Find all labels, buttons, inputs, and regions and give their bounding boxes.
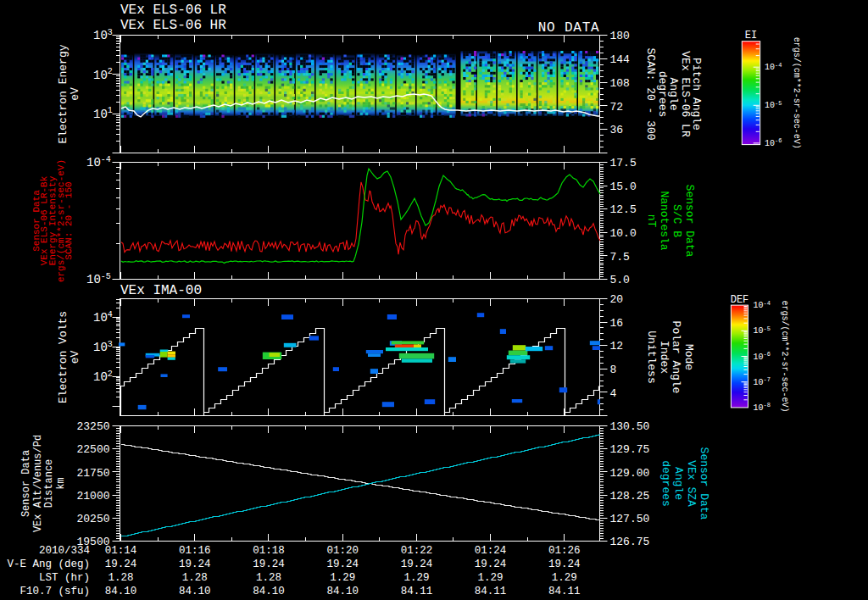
svg-text:DEF: DEF: [731, 294, 749, 306]
svg-text:Sensor Data: Sensor Data: [698, 447, 710, 520]
svg-text:1.29: 1.29: [552, 572, 577, 584]
svg-text:SCAN: 20 - 300: SCAN: 20 - 300: [644, 47, 657, 140]
svg-text:8: 8: [610, 364, 617, 376]
svg-text:eV: eV: [69, 351, 81, 364]
svg-text:ergs/(cm**2-sr-sec-eV): ergs/(cm**2-sr-sec-eV): [792, 37, 801, 149]
svg-text:16: 16: [610, 317, 624, 330]
svg-text:F10.7 (sfu): F10.7 (sfu): [19, 586, 90, 597]
svg-text:Sensor Data: Sensor Data: [683, 185, 696, 258]
svg-text:12: 12: [610, 340, 624, 353]
svg-text:22500: 22500: [76, 443, 109, 456]
svg-text:84.10: 84.10: [179, 586, 211, 597]
svg-text:19.24: 19.24: [326, 558, 359, 570]
svg-text:1.29: 1.29: [403, 572, 429, 584]
svg-text:19.24: 19.24: [179, 558, 211, 570]
svg-text:Angle: Angle: [672, 467, 685, 500]
svg-text:84.11: 84.11: [475, 586, 507, 597]
svg-text:01:14: 01:14: [105, 545, 137, 557]
svg-text:130.50: 130.50: [610, 420, 650, 433]
svg-text:127.50: 127.50: [610, 513, 650, 525]
svg-text:84.10: 84.10: [105, 586, 137, 597]
svg-text:84.11: 84.11: [548, 586, 581, 597]
svg-text:Polar Angle: Polar Angle: [670, 321, 683, 394]
svg-text:20250: 20250: [76, 513, 109, 525]
svg-text:1.29: 1.29: [478, 572, 504, 584]
svg-text:km: km: [55, 477, 67, 489]
svg-text:degrees: degrees: [659, 460, 672, 507]
svg-text:NO DATA: NO DATA: [538, 20, 600, 36]
svg-text:nT: nT: [645, 214, 658, 228]
svg-text:5.0: 5.0: [610, 274, 630, 286]
svg-text:84.11: 84.11: [401, 586, 433, 597]
svg-text:S/C B: S/C B: [670, 204, 683, 237]
svg-text:eV: eV: [69, 87, 81, 101]
svg-text:VEx IMA-00: VEx IMA-00: [120, 283, 202, 298]
svg-text:LST (hr): LST (hr): [39, 572, 90, 584]
svg-text:36: 36: [610, 124, 624, 136]
svg-text:VEx ELS-06 HR: VEx ELS-06 HR: [120, 18, 226, 33]
svg-text:129.75: 129.75: [610, 443, 650, 456]
svg-text:129.00: 129.00: [610, 467, 650, 480]
svg-text:19.24: 19.24: [105, 558, 137, 570]
svg-text:108: 108: [610, 77, 630, 90]
svg-text:Nanotesla: Nanotesla: [658, 191, 670, 250]
svg-text:VEx SZA: VEx SZA: [685, 460, 698, 507]
svg-text:1.28: 1.28: [108, 572, 134, 584]
svg-text:7.5: 7.5: [610, 251, 630, 264]
svg-text:Sensor Data: Sensor Data: [20, 450, 32, 517]
svg-text:Distance: Distance: [43, 459, 55, 508]
svg-text:SCAN: 20 - 150: SCAN: 20 - 150: [64, 181, 74, 259]
svg-text:1.28: 1.28: [182, 572, 208, 584]
svg-text:01:22: 01:22: [401, 545, 433, 557]
svg-text:19.24: 19.24: [253, 558, 285, 570]
svg-text:ergs/(cm**2-sr-sec-eV): ergs/(cm**2-sr-sec-eV): [780, 300, 789, 412]
svg-text:19.24: 19.24: [401, 558, 433, 570]
svg-text:84.10: 84.10: [253, 586, 285, 597]
svg-text:01:24: 01:24: [475, 545, 507, 557]
svg-text:01:26: 01:26: [548, 545, 581, 557]
svg-text:84.10: 84.10: [326, 586, 359, 597]
svg-text:12.5: 12.5: [610, 203, 637, 216]
svg-text:Electron Energy: Electron Energy: [57, 44, 70, 143]
svg-text:01:18: 01:18: [253, 545, 285, 557]
svg-text:VEx Alt/Venus/Pd: VEx Alt/Venus/Pd: [32, 435, 44, 532]
svg-text:10.0: 10.0: [610, 227, 637, 240]
svg-text:VEx ELS-06 LR: VEx ELS-06 LR: [120, 3, 226, 18]
svg-text:Index: Index: [658, 341, 670, 374]
svg-text:128.25: 128.25: [610, 490, 650, 503]
svg-text:2010/334: 2010/334: [39, 545, 90, 557]
svg-text:1.28: 1.28: [256, 572, 281, 584]
svg-text:15.0: 15.0: [610, 181, 637, 193]
svg-text:20: 20: [610, 293, 624, 306]
svg-text:Unitless: Unitless: [645, 331, 658, 383]
svg-text:126.75: 126.75: [610, 536, 650, 548]
svg-text:21000: 21000: [76, 490, 109, 503]
svg-text:01:16: 01:16: [179, 545, 211, 557]
svg-text:21750: 21750: [76, 467, 109, 480]
svg-text:4: 4: [610, 387, 617, 400]
svg-text:17.5: 17.5: [610, 157, 637, 169]
svg-text:19.24: 19.24: [548, 558, 581, 570]
svg-text:23250: 23250: [76, 420, 109, 433]
svg-text:144: 144: [610, 53, 631, 66]
svg-text:180: 180: [610, 30, 630, 42]
svg-text:01:20: 01:20: [326, 545, 359, 557]
svg-text:72: 72: [610, 101, 624, 114]
svg-text:Mode: Mode: [682, 344, 695, 370]
svg-text:1.29: 1.29: [330, 572, 355, 584]
svg-text:EI: EI: [745, 30, 757, 42]
svg-text:V-E Ang (deg): V-E Ang (deg): [7, 558, 90, 570]
svg-text:19.24: 19.24: [475, 558, 507, 570]
svg-text:Electron Volts: Electron Volts: [57, 311, 70, 403]
